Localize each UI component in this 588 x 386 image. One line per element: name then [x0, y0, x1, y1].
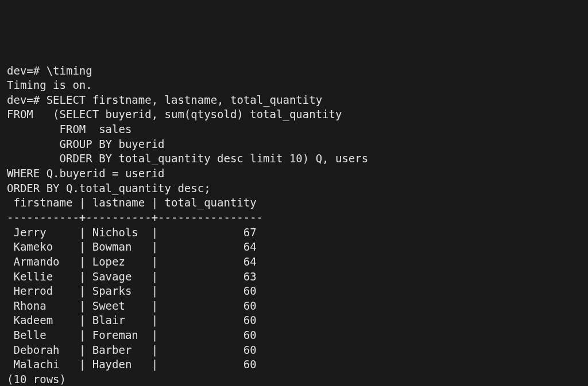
- query-line: FROM (SELECT buyerid, sum(qtysold) total…: [7, 108, 342, 120]
- query-line: ORDER BY total_quantity desc limit 10) Q…: [7, 152, 368, 165]
- table-row: Armando | Lopez | 64: [7, 255, 257, 268]
- prompt: dev=#: [7, 64, 40, 77]
- row-count: (10 rows): [7, 373, 66, 385]
- query-line: ORDER BY Q.total_quantity desc;: [7, 182, 211, 194]
- timing-command: \timing: [47, 64, 92, 77]
- table-header: firstname | lastname | total_quantity: [7, 196, 257, 209]
- query-line: GROUP BY buyerid: [7, 138, 165, 150]
- timing-message: Timing is on.: [7, 79, 92, 91]
- terminal-output: dev=# \timing Timing is on. dev=# SELECT…: [7, 64, 581, 386]
- prompt: dev=#: [7, 93, 40, 106]
- table-row: Herrod | Sparks | 60: [7, 284, 257, 297]
- table-row: Kellie | Savage | 63: [7, 270, 257, 283]
- table-row: Kameko | Bowman | 64: [7, 240, 257, 253]
- table-separator: -----------+----------+----------------: [7, 211, 263, 224]
- table-row: Jerry | Nichols | 67: [7, 226, 257, 239]
- query-line: WHERE Q.buyerid = userid: [7, 167, 165, 180]
- query-line: SELECT firstname, lastname, total_quanti…: [47, 93, 322, 106]
- table-row: Rhona | Sweet | 60: [7, 299, 257, 312]
- table-row: Deborah | Barber | 60: [7, 344, 257, 356]
- table-row: Malachi | Hayden | 60: [7, 358, 257, 371]
- query-line: FROM sales: [7, 123, 131, 135]
- table-row: Kadeem | Blair | 60: [7, 314, 257, 326]
- table-row: Belle | Foreman | 60: [7, 329, 257, 341]
